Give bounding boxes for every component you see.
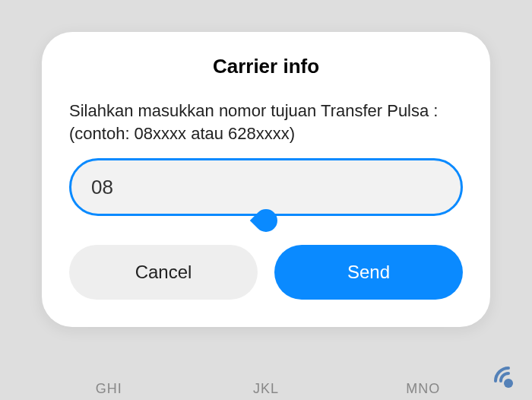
cancel-button[interactable]: Cancel [69,245,258,300]
keyboard-letter-row: GHI JKL MNO [0,378,532,400]
watermark-logo-icon [491,363,526,397]
dialog-button-row: Cancel Send [69,245,463,300]
keypad-jkl[interactable]: JKL [188,381,345,397]
keypad-mno[interactable]: MNO [344,381,502,397]
svg-point-0 [504,379,513,388]
keypad-ghi[interactable]: GHI [30,381,188,397]
carrier-info-dialog: Carrier info Silahkan masukkan nomor tuj… [42,32,490,327]
dialog-description: Silahkan masukkan nomor tujuan Transfer … [69,100,463,144]
phone-input-wrap [69,158,463,216]
send-button[interactable]: Send [274,245,463,300]
phone-number-input[interactable] [69,158,463,216]
dialog-title: Carrier info [69,55,463,78]
